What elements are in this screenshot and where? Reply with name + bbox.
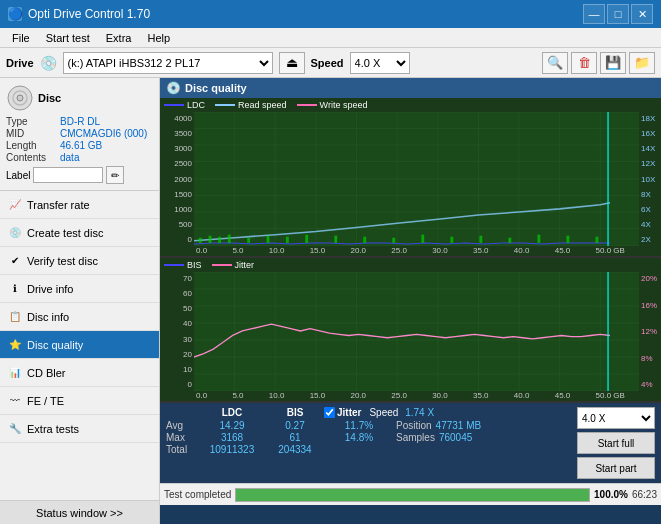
verify-icon: ✔	[8, 254, 22, 268]
ldc-legend: LDC	[164, 100, 205, 110]
maximize-button[interactable]: □	[607, 4, 629, 24]
svg-rect-33	[421, 235, 424, 243]
stats-headers: LDC BIS Jitter Speed 1.74 X	[166, 407, 573, 418]
menu-start-test[interactable]: Start test	[38, 30, 98, 46]
title-bar-controls: — □ ✕	[583, 4, 653, 24]
top-y-axis-right: 18X 16X 14X 12X 10X 8X 6X 4X 2X	[639, 112, 661, 246]
x-tick-30: 30.0	[432, 246, 448, 255]
jitter-checkbox[interactable]	[324, 407, 335, 418]
disc-label-input[interactable]	[33, 167, 103, 183]
bottom-chart-legend: BIS Jitter	[160, 258, 661, 272]
bx-5: 5.0	[232, 391, 243, 400]
svg-rect-34	[450, 237, 453, 243]
read-speed-color	[215, 104, 235, 106]
speed-select[interactable]: 4.0 X	[350, 52, 410, 74]
sidebar-item-disc-quality[interactable]: ⭐ Disc quality	[0, 331, 159, 359]
bottom-y-axis-right: 20% 16% 12% 8% 4%	[639, 272, 661, 391]
menu-extra[interactable]: Extra	[98, 30, 140, 46]
sidebar-item-drive-info[interactable]: ℹ Drive info	[0, 275, 159, 303]
disc-length-value: 46.61 GB	[60, 140, 102, 151]
title-bar: 🔵 Opti Drive Control 1.70 — □ ✕	[0, 0, 661, 28]
svg-rect-27	[267, 236, 270, 243]
status-text: Test completed	[164, 489, 231, 500]
sidebar-item-cd-bler[interactable]: 📊 CD Bler	[0, 359, 159, 387]
drive-info-icon: ℹ	[8, 282, 22, 296]
sidebar-item-disc-quality-label: Disc quality	[27, 339, 83, 351]
svg-rect-36	[508, 238, 511, 243]
by-right-8: 8%	[641, 354, 659, 363]
start-full-button[interactable]: Start full	[577, 432, 655, 454]
app-title: Opti Drive Control 1.70	[28, 7, 150, 21]
sidebar-item-verify-test-disc[interactable]: ✔ Verify test disc	[0, 247, 159, 275]
max-label: Max	[166, 432, 198, 443]
x-tick-40: 40.0	[514, 246, 530, 255]
bx-0: 0.0	[196, 391, 207, 400]
status-window-button[interactable]: Status window >>	[0, 500, 159, 524]
svg-rect-26	[247, 238, 250, 243]
create-disc-icon: 💿	[8, 226, 22, 240]
ldc-max: 3168	[198, 432, 266, 443]
close-button[interactable]: ✕	[631, 4, 653, 24]
sidebar-item-create-label: Create test disc	[27, 227, 103, 239]
bottom-y-axis-left: 70 60 50 40 30 20 10 0	[160, 272, 194, 391]
bis-max: 61	[266, 432, 324, 443]
sidebar-nav: 📈 Transfer rate 💿 Create test disc ✔ Ver…	[0, 191, 159, 500]
disc-svg-icon	[6, 84, 34, 112]
disc-type-value: BD-R DL	[60, 116, 100, 127]
eject-button[interactable]: ⏏	[279, 52, 305, 74]
ldc-col-header: LDC	[198, 407, 266, 418]
x-tick-15: 15.0	[310, 246, 326, 255]
stats-spacer	[166, 407, 198, 418]
menu-help[interactable]: Help	[139, 30, 178, 46]
content-area: 💿 Disc quality LDC Read speed Write spee…	[160, 78, 661, 524]
by-20: 20	[183, 350, 192, 359]
erase-button[interactable]: 🗑	[571, 52, 597, 74]
sidebar-item-fe-te[interactable]: 〰 FE / TE	[0, 387, 159, 415]
avg-label: Avg	[166, 420, 198, 431]
minimize-button[interactable]: —	[583, 4, 605, 24]
scan-button[interactable]: 🔍	[542, 52, 568, 74]
disc-label-edit-button[interactable]: ✏	[106, 166, 124, 184]
by-right-12: 12%	[641, 327, 659, 336]
jitter-legend-label: Jitter	[235, 260, 255, 270]
sidebar-item-transfer-rate[interactable]: 📈 Transfer rate	[0, 191, 159, 219]
sidebar-item-disc-info[interactable]: 📋 Disc info	[0, 303, 159, 331]
disc-info-panel: Disc Type BD-R DL MID CMCMAGDI6 (000) Le…	[0, 78, 159, 191]
sidebar-item-verify-label: Verify test disc	[27, 255, 98, 267]
bx-10: 10.0	[269, 391, 285, 400]
ldc-total: 10911323	[198, 444, 266, 455]
progress-bar-area: Test completed 100.0% 66:23	[160, 483, 661, 505]
cd-bler-icon: 📊	[8, 366, 22, 380]
y-right-2x: 2X	[641, 235, 659, 244]
disc-contents-value: data	[60, 152, 79, 163]
drive-bar: Drive 💿 (k:) ATAPI iHBS312 2 PL17 ⏏ Spee…	[0, 48, 661, 78]
write-speed-legend: Write speed	[297, 100, 368, 110]
extra-tests-icon: 🔧	[8, 422, 22, 436]
svg-rect-30	[334, 236, 337, 243]
stats-speed-select[interactable]: 4.0 X	[577, 407, 655, 429]
progress-bar-outer	[235, 488, 590, 502]
read-speed-legend: Read speed	[215, 100, 287, 110]
y-tick-0: 0	[188, 235, 192, 244]
top-chart-container: LDC Read speed Write speed 4000 3500 300…	[160, 98, 661, 258]
write-button[interactable]: 💾	[600, 52, 626, 74]
write-speed-color	[297, 104, 317, 106]
ldc-legend-color	[164, 104, 184, 106]
drive-select[interactable]: (k:) ATAPI iHBS312 2 PL17	[63, 52, 273, 74]
progress-bar-fill	[236, 489, 589, 501]
bx-50: 50.0 GB	[596, 391, 625, 400]
disc-label-row: Label ✏	[6, 166, 153, 184]
sidebar-item-extra-tests[interactable]: 🔧 Extra tests	[0, 415, 159, 443]
save-button[interactable]: 📁	[629, 52, 655, 74]
y-tick-2500: 2500	[174, 159, 192, 168]
svg-rect-22	[199, 238, 202, 243]
svg-rect-38	[566, 236, 569, 243]
menu-file[interactable]: File	[4, 30, 38, 46]
chart-header: 💿 Disc quality	[160, 78, 661, 98]
disc-type-label: Type	[6, 116, 60, 127]
top-chart-svg-area	[194, 112, 639, 246]
write-speed-label: Write speed	[320, 100, 368, 110]
sidebar-item-create-test-disc[interactable]: 💿 Create test disc	[0, 219, 159, 247]
start-part-button[interactable]: Start part	[577, 457, 655, 479]
read-speed-label: Read speed	[238, 100, 287, 110]
